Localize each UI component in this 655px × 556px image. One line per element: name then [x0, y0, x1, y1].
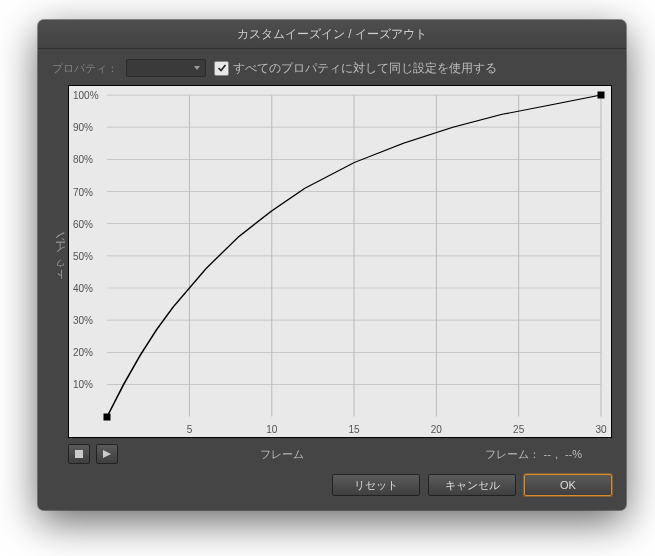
curve-handle[interactable] — [104, 413, 111, 420]
dialog-body: プロパティ： すべてのプロパティに対して同じ設定を使用する トゥイーン 10%2… — [38, 49, 626, 510]
x-tick: 20 — [431, 424, 442, 435]
use-same-settings-checkbox[interactable]: すべてのプロパティに対して同じ設定を使用する — [214, 60, 497, 77]
y-tick: 30% — [73, 315, 93, 326]
ease-dialog: カスタムイーズイン / イーズアウト プロパティ： すべてのプロパティに対して同… — [38, 20, 626, 510]
y-tick: 70% — [73, 186, 93, 197]
y-tick: 40% — [73, 282, 93, 293]
property-label: プロパティ： — [52, 61, 118, 76]
curve-handle[interactable] — [597, 92, 604, 99]
property-row: プロパティ： すべてのプロパティに対して同じ設定を使用する — [52, 59, 612, 77]
stop-icon — [75, 450, 83, 458]
svg-rect-16 — [75, 450, 83, 458]
y-tick: 50% — [73, 250, 93, 261]
cancel-button[interactable]: キャンセル — [428, 474, 516, 496]
property-dropdown[interactable] — [126, 59, 206, 77]
readout-frame-value: -- — [544, 448, 551, 460]
readout-label: フレーム： — [485, 448, 540, 460]
x-tick: 15 — [348, 424, 359, 435]
ok-button[interactable]: OK — [524, 474, 612, 496]
dialog-button-row: リセット キャンセル OK — [52, 464, 612, 496]
x-tick: 5 — [187, 424, 193, 435]
x-tick: 10 — [266, 424, 277, 435]
curve-svg — [69, 86, 611, 437]
checkbox-label: すべてのプロパティに対して同じ設定を使用する — [233, 60, 497, 77]
below-graph-row: フレーム フレーム： --， --% — [52, 438, 612, 464]
x-tick: 30 — [595, 424, 606, 435]
checkbox-box — [214, 61, 229, 76]
x-tick: 25 — [513, 424, 524, 435]
graph-area: トゥイーン 10%20%30%40%50%60%70%80%90%100%510… — [52, 85, 612, 438]
frame-readout: フレーム： --， --% — [485, 447, 582, 462]
chevron-down-icon — [193, 64, 201, 72]
y-tick: 10% — [73, 379, 93, 390]
y-axis-label: トゥイーン — [52, 85, 68, 438]
y-tick: 20% — [73, 347, 93, 358]
y-tick: 60% — [73, 218, 93, 229]
y-tick: 80% — [73, 154, 93, 165]
ease-curve-canvas[interactable]: 10%20%30%40%50%60%70%80%90%100%510152025… — [68, 85, 612, 438]
y-tick: 90% — [73, 122, 93, 133]
check-icon — [217, 63, 227, 73]
dialog-title: カスタムイーズイン / イーズアウト — [38, 20, 626, 49]
readout-percent-value: --% — [565, 448, 582, 460]
y-tick: 100% — [73, 90, 99, 101]
reset-button[interactable]: リセット — [332, 474, 420, 496]
x-axis-label: フレーム — [84, 447, 479, 462]
